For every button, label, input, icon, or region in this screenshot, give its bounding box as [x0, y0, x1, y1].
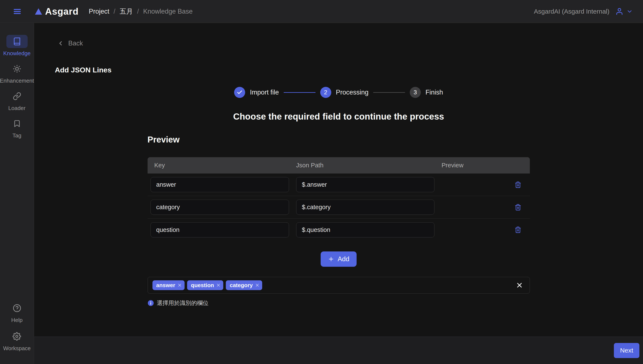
plus-icon [328, 256, 334, 262]
step-number-2: 2 [320, 87, 331, 98]
step-import-file: Import file [234, 87, 279, 98]
bookmark-icon [6, 117, 28, 130]
stepper: Import file 2 Processing 3 Finish [34, 87, 643, 98]
column-header-key: Key [151, 162, 296, 169]
json-path-input-category[interactable] [296, 200, 435, 215]
x-icon [216, 283, 221, 288]
chip-category[interactable]: category [226, 280, 262, 290]
sidebar-label-workspace: Workspace [3, 345, 31, 352]
sidebar-label-loader: Loader [8, 105, 26, 112]
main-content: Back Add JSON Lines Import file 2 Proces… [34, 23, 643, 364]
sidebar-item-tag[interactable]: Tag [6, 117, 28, 139]
table-header: Key Json Path Preview [148, 157, 530, 174]
x-icon [255, 283, 260, 288]
step-connector-done [284, 92, 316, 93]
hamburger-menu-button[interactable] [12, 8, 22, 16]
step-finish: 3 Finish [410, 87, 443, 98]
back-label: Back [68, 40, 83, 47]
step-processing: 2 Processing [320, 87, 368, 98]
key-input-answer[interactable] [150, 177, 289, 192]
breadcrumb: Project / 五月 / Knowledge Base [89, 7, 193, 16]
user-icon [615, 8, 623, 16]
account-menu[interactable]: AsgardAI (Asgard Internal) [534, 8, 633, 16]
add-button-label: Add [338, 255, 349, 263]
table-row [148, 196, 530, 218]
chip-remove-button[interactable] [216, 283, 221, 288]
chip-remove-button[interactable] [177, 283, 182, 288]
chevron-left-icon [57, 40, 64, 47]
chip-answer[interactable]: answer [152, 280, 185, 290]
hamburger-menu-icon [12, 8, 22, 16]
table-row [148, 218, 530, 241]
column-header-preview: Preview [442, 162, 530, 169]
json-path-input-question[interactable] [296, 222, 435, 238]
selected-field-chips: answer question [152, 280, 262, 290]
sidebar-item-workspace[interactable]: Workspace [3, 330, 31, 352]
field-mapping-table: Key Json Path Preview [148, 157, 530, 241]
step-label-import-file: Import file [250, 88, 279, 96]
chip-question[interactable]: question [187, 280, 223, 290]
breadcrumb-separator: / [114, 8, 115, 15]
hint-text: 選擇用於識別的欄位 [157, 299, 208, 307]
breadcrumb-folder[interactable]: 五月 [120, 7, 133, 16]
info-icon [148, 300, 154, 306]
add-row-button[interactable]: Add [321, 252, 357, 267]
delete-row-button[interactable] [514, 225, 522, 234]
brand-name: Asgard [45, 6, 79, 17]
clear-all-fields-button[interactable] [516, 282, 523, 289]
breadcrumb-current-page: Knowledge Base [143, 8, 193, 15]
trash-icon [515, 204, 521, 211]
wizard-footer: Next [34, 336, 643, 364]
gear-icon [6, 330, 28, 343]
step-connector-pending [373, 92, 405, 93]
table-row [148, 174, 530, 196]
sidebar-item-loader[interactable]: Loader [6, 90, 28, 112]
help-circle-icon [6, 302, 28, 315]
step-label-finish: Finish [425, 88, 443, 96]
account-label: AsgardAI (Asgard Internal) [534, 8, 609, 15]
sidebar-nav: Knowledge Enhancement Loader Tag [0, 23, 34, 139]
chip-label: answer [156, 282, 175, 288]
step-number-3: 3 [410, 87, 421, 98]
sidebar-label-enhancement: Enhancement [0, 78, 34, 84]
triangle-logo-icon [34, 8, 43, 16]
key-input-category[interactable] [150, 200, 289, 215]
left-sidebar: Knowledge Enhancement Loader Tag H [0, 23, 34, 364]
chip-label: question [191, 282, 214, 288]
key-input-question[interactable] [150, 222, 289, 238]
breadcrumb-project[interactable]: Project [89, 8, 109, 15]
field-select-hint: 選擇用於識別的欄位 [148, 299, 530, 307]
delete-row-button[interactable] [514, 180, 522, 189]
brand-logo[interactable]: Asgard [34, 6, 79, 17]
sidebar-label-help: Help [11, 317, 23, 324]
top-bar: Asgard Project / 五月 / Knowledge Base Asg… [0, 0, 643, 23]
back-button[interactable]: Back [57, 40, 83, 47]
sun-icon [6, 62, 28, 76]
breadcrumb-separator: / [137, 8, 139, 15]
x-icon [177, 283, 182, 288]
json-path-input-answer[interactable] [296, 177, 435, 192]
sidebar-item-enhancement[interactable]: Enhancement [0, 62, 34, 84]
page-title: Add JSON Lines [55, 66, 111, 74]
sidebar-item-help[interactable]: Help [6, 302, 28, 324]
sidebar-label-tag: Tag [13, 132, 22, 139]
sidebar-label-knowledge: Knowledge [3, 50, 31, 57]
preview-section-title: Preview [148, 135, 530, 144]
step-check-icon [234, 87, 245, 98]
chevron-down-icon [626, 8, 633, 15]
trash-icon [515, 226, 521, 234]
chip-label: category [230, 282, 253, 288]
book-icon [6, 35, 28, 48]
trash-icon [515, 181, 521, 188]
sidebar-item-knowledge[interactable]: Knowledge [3, 35, 31, 57]
delete-row-button[interactable] [514, 203, 522, 212]
link-icon [6, 90, 28, 103]
chip-remove-button[interactable] [255, 283, 260, 288]
next-button[interactable]: Next [614, 343, 639, 358]
step-label-processing: Processing [336, 88, 368, 96]
sidebar-bottom-nav: Help Workspace [0, 302, 34, 364]
identifier-field-select[interactable]: answer question [148, 277, 530, 294]
column-header-json-path: Json Path [296, 162, 442, 169]
x-icon [516, 282, 523, 289]
step-subtitle: Choose the required field to continue th… [34, 112, 643, 122]
